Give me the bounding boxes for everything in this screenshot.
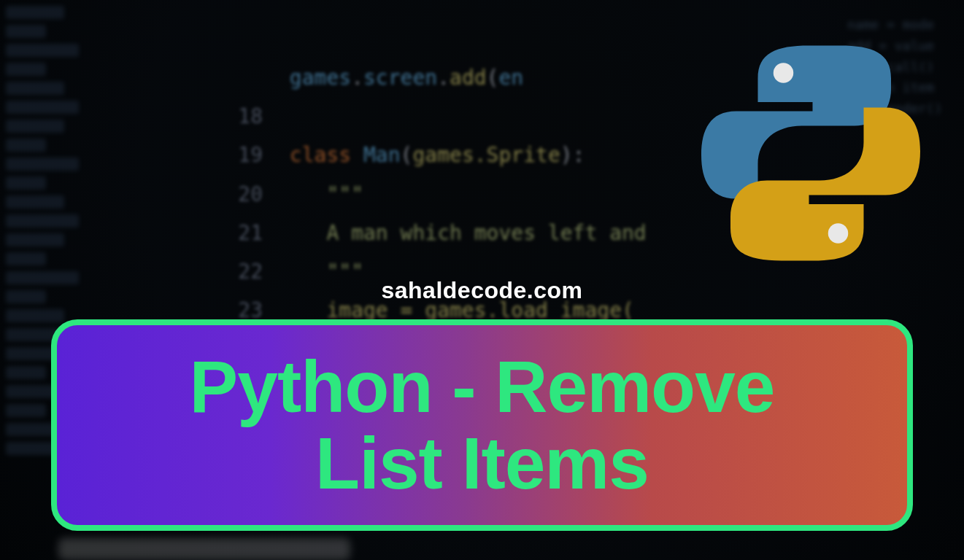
python-logo-icon <box>694 36 928 270</box>
svg-point-0 <box>774 63 794 83</box>
title-line-2: List Items <box>315 422 649 504</box>
watermark-text: sahaldecode.com <box>381 277 582 304</box>
title-text: Python - Remove List Items <box>190 349 775 502</box>
bottom-blurred-highlight <box>58 538 350 560</box>
title-line-1: Python - Remove <box>190 346 775 427</box>
code-token: games <box>290 66 351 90</box>
title-banner: Python - Remove List Items <box>51 319 913 531</box>
svg-point-1 <box>828 223 849 244</box>
